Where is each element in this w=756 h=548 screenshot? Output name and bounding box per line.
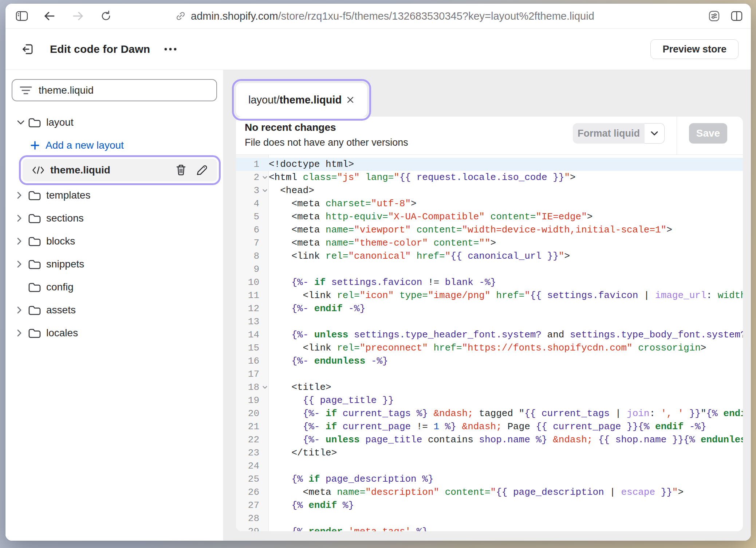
code-line-29[interactable]: 29 {% render 'meta-tags' %} (236, 525, 743, 531)
add-new-layout-button[interactable]: Add a new layout (5, 134, 223, 157)
browser-toolbar: admin.shopify.com/store/rzq1xu-f5/themes… (5, 4, 751, 29)
code-line-25[interactable]: 25 {% if page_description %} (236, 473, 743, 486)
code-line-content: {%- if settings.favicon != blank -%} (269, 277, 743, 288)
tree-folder-assets[interactable]: assets (5, 298, 223, 321)
code-line-28[interactable]: 28 (236, 512, 743, 525)
folder-icon (28, 259, 41, 270)
chevron-down-icon[interactable] (16, 120, 27, 125)
code-line-content: <link rel="preconnect" href="https://fon… (269, 342, 743, 353)
code-line-12[interactable]: 12 {%- endif -%} (236, 302, 743, 315)
file-search-input[interactable] (39, 85, 209, 96)
divider (677, 117, 677, 154)
tree-folder-sections[interactable]: sections (5, 207, 223, 230)
line-number: 19 (236, 394, 269, 407)
code-line-17[interactable]: 17 (236, 368, 743, 381)
code-line-22[interactable]: 22 {%- unless page_title contains shop.n… (236, 433, 743, 446)
code-line-5[interactable]: 5 <meta http-equiv="X-UA-Compatible" con… (236, 210, 743, 223)
editor-area: layout/theme.liquid No recent changes Fi… (224, 70, 751, 541)
sidebar-toggle-icon[interactable] (16, 11, 28, 21)
tree-folder-config[interactable]: config (5, 275, 223, 298)
file-search-box[interactable] (12, 79, 217, 101)
version-status: No recent changes (245, 122, 743, 133)
tree-folder-layout[interactable]: layout (5, 111, 223, 134)
code-line-2[interactable]: 2<html class="js" lang="{{ request.local… (236, 171, 743, 184)
line-number: 8 (236, 250, 269, 263)
split-view-icon[interactable] (731, 11, 743, 21)
code-line-26[interactable]: 26 <meta name="description" content="{{ … (236, 486, 743, 499)
code-line-content: {{ page_title }} (269, 395, 743, 406)
code-line-content: <!doctype html> (269, 159, 743, 170)
tab-path-prefix: layout/ (248, 94, 279, 106)
code-line-content: {% if page_description %} (269, 474, 743, 485)
fold-icon[interactable] (262, 189, 268, 192)
tree-folder-snippets[interactable]: snippets (5, 253, 223, 275)
tree-folder-label: blocks (46, 235, 75, 247)
browser-window: admin.shopify.com/store/rzq1xu-f5/themes… (5, 4, 751, 541)
save-button[interactable]: Save (689, 123, 727, 144)
chevron-right-icon[interactable] (16, 214, 27, 223)
url-field[interactable]: admin.shopify.com/store/rzq1xu-f5/themes… (191, 10, 594, 22)
code-line-content: <head> (269, 185, 743, 196)
format-dropdown-button[interactable] (645, 123, 665, 144)
code-line-27[interactable]: 27 {% endif %} (236, 499, 743, 512)
code-line-4[interactable]: 4 <meta charset="utf-8"> (236, 197, 743, 210)
code-line-1[interactable]: 1<!doctype html> (236, 158, 743, 171)
code-line-16[interactable]: 16 {%- endunless -%} (236, 355, 743, 368)
code-line-10[interactable]: 10 {%- if settings.favicon != blank -%} (236, 276, 743, 289)
tree-folder-locales[interactable]: locales (5, 321, 223, 344)
line-number: 12 (236, 302, 269, 315)
file-sidebar: layoutAdd a new layouttheme.liquidtempla… (5, 70, 224, 541)
chevron-right-icon[interactable] (16, 306, 27, 314)
code-line-3[interactable]: 3 <head> (236, 184, 743, 197)
code-line-9[interactable]: 9 (236, 263, 743, 276)
trash-button[interactable] (176, 164, 186, 176)
format-liquid-button[interactable]: Format liquid (573, 123, 645, 144)
forward-icon[interactable] (72, 11, 84, 21)
page-settings-icon[interactable] (708, 10, 720, 22)
tree-file-theme-liquid[interactable]: theme.liquid (5, 157, 223, 184)
close-icon[interactable] (346, 95, 355, 104)
back-icon[interactable] (43, 11, 56, 21)
code-line-6[interactable]: 6 <meta name="viewport" content="width=d… (236, 223, 743, 236)
page-title: Edit code for Dawn (50, 43, 150, 55)
fold-icon[interactable] (262, 385, 268, 389)
line-number: 13 (236, 315, 269, 328)
code-line-11[interactable]: 11 <link rel="icon" type="image/png" hre… (236, 289, 743, 302)
tree-folder-label: snippets (46, 258, 84, 270)
folder-icon (28, 328, 41, 338)
code-line-21[interactable]: 21 {%- if current_page != 1 %} &ndash; P… (236, 420, 743, 433)
code-editor[interactable]: 1<!doctype html>2<html class="js" lang="… (236, 155, 743, 531)
tree-folder-templates[interactable]: templates (5, 184, 223, 207)
code-line-content: <meta http-equiv="X-UA-Compatible" conte… (269, 211, 743, 222)
code-line-content: {%- if current_page != 1 %} &ndash; Page… (269, 421, 743, 432)
chevron-right-icon[interactable] (16, 260, 27, 269)
code-line-13[interactable]: 13 (236, 315, 743, 328)
line-number: 28 (236, 512, 269, 525)
reload-icon[interactable] (100, 10, 112, 22)
fold-icon[interactable] (262, 176, 268, 179)
preview-store-button[interactable]: Preview store (650, 39, 739, 59)
selected-file-row[interactable]: theme.liquid (23, 159, 217, 181)
code-line-19[interactable]: 19 {{ page_title }} (236, 394, 743, 407)
filter-icon (20, 86, 32, 95)
content: layoutAdd a new layouttheme.liquidtempla… (5, 70, 751, 541)
line-number: 22 (236, 433, 269, 446)
pencil-button[interactable] (196, 164, 208, 176)
chevron-right-icon[interactable] (16, 329, 27, 337)
exit-icon[interactable] (21, 42, 35, 56)
code-line-18[interactable]: 18 <title> (236, 381, 743, 394)
tree-folder-blocks[interactable]: blocks (5, 230, 223, 253)
code-line-8[interactable]: 8 <link rel="canonical" href="{{ canonic… (236, 250, 743, 263)
code-line-15[interactable]: 15 <link rel="preconnect" href="https://… (236, 341, 743, 355)
folder-icon (28, 236, 41, 247)
code-line-24[interactable]: 24 (236, 459, 743, 473)
code-line-23[interactable]: 23 </title> (236, 446, 743, 459)
tab-theme-liquid[interactable]: layout/theme.liquid (236, 83, 367, 117)
chevron-right-icon[interactable] (16, 191, 27, 200)
code-line-14[interactable]: 14 {%- unless settings.type_header_font.… (236, 328, 743, 341)
more-menu-icon[interactable] (163, 47, 178, 51)
code-line-20[interactable]: 20 {%- if current_tags %} &ndash; tagged… (236, 407, 743, 420)
chevron-right-icon[interactable] (16, 237, 27, 246)
code-line-7[interactable]: 7 <meta name="theme-color" content=""> (236, 236, 743, 250)
pencil-icon (196, 164, 208, 176)
